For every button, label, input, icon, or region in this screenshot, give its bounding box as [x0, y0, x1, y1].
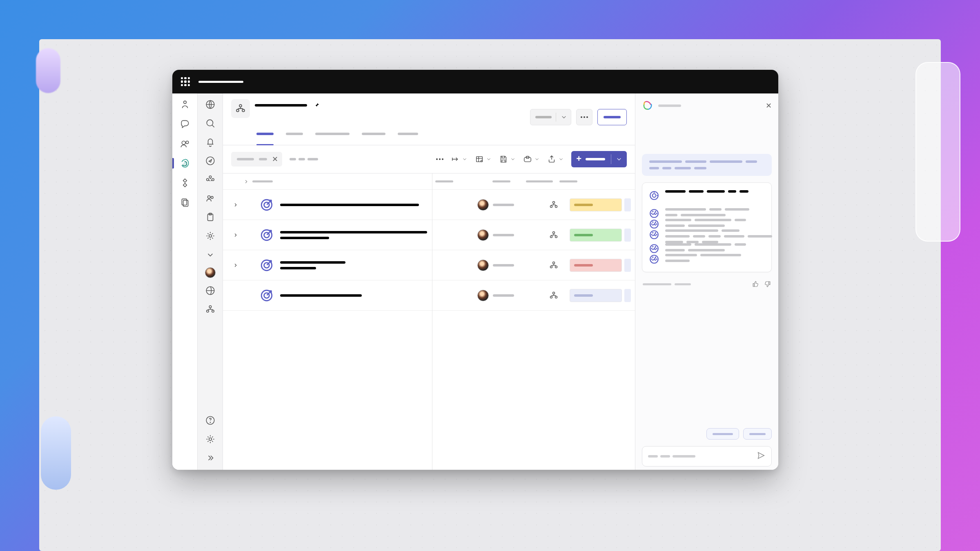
svg-point-68 [651, 248, 652, 249]
svg-point-75 [653, 257, 653, 257]
table-row[interactable] [223, 190, 635, 220]
target-icon [260, 289, 274, 302]
globe-icon[interactable] [204, 284, 216, 297]
table-row[interactable] [223, 250, 635, 280]
expand-icon[interactable] [230, 232, 241, 238]
team-cell[interactable] [538, 260, 570, 270]
clipboard-icon[interactable] [204, 211, 216, 223]
status-cell[interactable] [570, 198, 631, 211]
chevron-down-icon[interactable] [204, 249, 216, 261]
svg-rect-3 [182, 199, 187, 205]
app-window: ✕ + [172, 70, 778, 470]
main-content: ✕ + [223, 93, 635, 470]
titlebar [172, 70, 778, 93]
toolbar-more[interactable] [436, 158, 443, 160]
thumbs-up-icon[interactable] [752, 280, 760, 288]
user-avatar[interactable] [205, 267, 216, 278]
tab[interactable] [256, 131, 274, 145]
owner-cell[interactable] [477, 260, 538, 271]
summary-item [649, 208, 765, 219]
send-icon[interactable] [757, 451, 766, 462]
workspace-icon[interactable] [231, 99, 250, 118]
target-icon [260, 258, 274, 272]
list-toolbar: ✕ + [223, 145, 635, 173]
svg-point-6 [207, 120, 213, 126]
org-icon[interactable] [204, 303, 216, 315]
table-row[interactable] [223, 220, 635, 250]
team-cell[interactable] [538, 291, 570, 300]
owner-cell[interactable] [477, 199, 538, 211]
status-cell[interactable] [570, 259, 631, 272]
svg-point-48 [550, 296, 552, 298]
page-title [255, 104, 307, 107]
apps-icon[interactable] [179, 177, 191, 189]
avatar [477, 290, 489, 301]
status-cell[interactable] [570, 229, 631, 242]
team-cell[interactable] [538, 230, 570, 240]
owner-cell[interactable] [477, 229, 538, 241]
svg-point-8 [209, 176, 211, 178]
copilot-summary-card [642, 182, 772, 272]
collapse-icon[interactable] [204, 452, 216, 464]
teams-icon[interactable] [179, 138, 191, 150]
owner-cell[interactable] [477, 290, 538, 301]
expand-icon[interactable] [230, 262, 241, 268]
status-cell[interactable] [570, 289, 631, 302]
secondary-nav-rail [198, 93, 223, 470]
app-title [198, 81, 243, 83]
compass-icon[interactable] [204, 155, 216, 167]
viva-goals-icon[interactable] [179, 157, 191, 169]
toolbar-view[interactable] [475, 155, 492, 164]
filter-chip[interactable]: ✕ [231, 152, 282, 167]
tab[interactable] [362, 131, 385, 145]
toolbar-share[interactable] [547, 155, 564, 164]
svg-point-27 [481, 160, 483, 162]
help-icon[interactable] [204, 414, 216, 427]
svg-rect-4 [183, 200, 188, 207]
thumbs-down-icon[interactable] [764, 280, 771, 288]
toolbar-save[interactable] [499, 155, 516, 164]
activity-icon[interactable] [179, 98, 191, 111]
svg-point-64 [656, 234, 657, 235]
bell-icon[interactable] [204, 136, 216, 148]
settings-icon[interactable] [204, 433, 216, 445]
copilot-toggle-button[interactable] [597, 109, 627, 125]
svg-point-56 [655, 211, 656, 211]
svg-point-34 [555, 205, 557, 207]
tab[interactable] [286, 131, 303, 145]
team-cell[interactable] [538, 200, 570, 210]
more-button[interactable] [576, 109, 592, 125]
gauge-icon [649, 208, 659, 219]
svg-point-17 [209, 306, 211, 308]
gear-icon[interactable] [204, 230, 216, 242]
breadcrumb-placeholder [290, 158, 318, 160]
globe-icon[interactable] [204, 98, 216, 111]
close-icon[interactable]: ✕ [766, 101, 772, 110]
svg-point-69 [656, 248, 657, 249]
people-group-icon[interactable] [204, 173, 216, 186]
svg-point-66 [655, 232, 656, 233]
svg-point-55 [653, 211, 653, 211]
copilot-user-prompt [642, 154, 772, 176]
copilot-input[interactable] [642, 446, 772, 467]
tab[interactable] [315, 131, 350, 145]
expand-icon[interactable] [230, 202, 241, 208]
search-icon[interactable] [204, 117, 216, 129]
people-pair-icon[interactable] [204, 192, 216, 204]
svg-point-0 [183, 101, 186, 104]
share-dropdown[interactable] [530, 109, 571, 125]
suggestion-chip[interactable] [706, 428, 739, 440]
new-okr-button[interactable]: + [571, 151, 627, 167]
toolbar-indent[interactable] [451, 155, 468, 164]
app-launcher-icon[interactable] [179, 75, 192, 88]
copilot-header: ✕ [635, 93, 778, 118]
tab[interactable] [398, 131, 418, 145]
chat-icon[interactable] [179, 118, 191, 130]
table-row[interactable] [223, 280, 635, 311]
files-icon[interactable] [179, 196, 191, 209]
suggestion-chip[interactable] [743, 428, 772, 440]
toolbar-copilot[interactable] [523, 155, 540, 164]
close-icon[interactable]: ✕ [272, 155, 278, 164]
svg-point-39 [555, 236, 557, 238]
pin-icon[interactable] [313, 102, 320, 109]
